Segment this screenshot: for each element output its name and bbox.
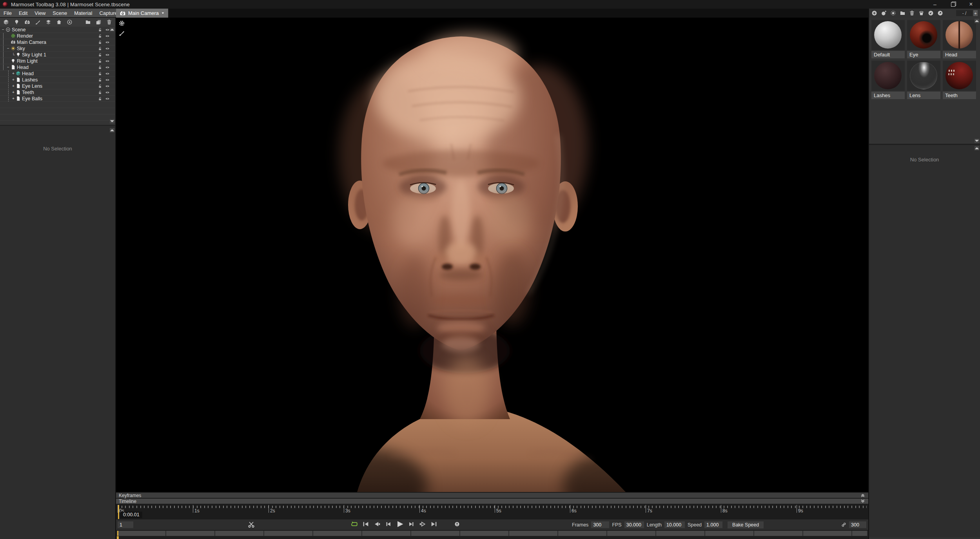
duplicate-icon[interactable] bbox=[96, 19, 102, 25]
current-frame-input[interactable] bbox=[118, 521, 133, 528]
material-card-teeth[interactable]: Teeth bbox=[943, 61, 976, 99]
folder-icon[interactable] bbox=[85, 19, 91, 25]
viewport-3d[interactable] bbox=[116, 18, 868, 492]
close-button[interactable] bbox=[962, 0, 980, 9]
camera-selector-button[interactable]: Main Camera bbox=[116, 9, 168, 18]
collapse-icon[interactable] bbox=[6, 47, 10, 51]
eye-icon[interactable] bbox=[105, 59, 110, 63]
menu-edit[interactable]: Edit bbox=[15, 9, 31, 17]
loop-button[interactable] bbox=[350, 520, 359, 528]
outliner-row-sky[interactable]: Sky bbox=[0, 45, 115, 52]
material-card-default[interactable]: Default bbox=[871, 20, 905, 58]
menu-view[interactable]: View bbox=[31, 9, 49, 17]
material-card-eye[interactable]: Eye bbox=[907, 20, 940, 58]
eye-icon[interactable] bbox=[105, 46, 110, 51]
lock-icon[interactable] bbox=[98, 84, 102, 89]
lock-icon[interactable] bbox=[98, 71, 102, 76]
outliner-row-head-group[interactable]: Head bbox=[0, 64, 115, 71]
outliner-row-lashes[interactable]: Lashes bbox=[0, 77, 115, 83]
lock-icon[interactable] bbox=[98, 96, 102, 101]
eye-icon[interactable] bbox=[105, 27, 110, 32]
plus-circle-icon[interactable] bbox=[871, 10, 877, 16]
expand-icon[interactable] bbox=[11, 78, 15, 82]
shadow-icon[interactable] bbox=[45, 19, 51, 25]
play-button[interactable] bbox=[395, 520, 405, 528]
chevron-double-up-icon[interactable] bbox=[860, 493, 866, 497]
material-card-head[interactable]: Head bbox=[943, 20, 976, 58]
lock-icon[interactable] bbox=[98, 46, 102, 51]
delete-icon[interactable] bbox=[106, 19, 112, 25]
expand-icon[interactable] bbox=[11, 90, 15, 94]
delete-icon[interactable] bbox=[909, 10, 915, 16]
material-card-lashes[interactable]: Lashes bbox=[871, 61, 905, 99]
step-back-button[interactable] bbox=[384, 520, 393, 528]
scroll-up-button[interactable] bbox=[975, 19, 979, 23]
scroll-up-button[interactable] bbox=[110, 128, 114, 132]
collapse-icon[interactable] bbox=[6, 65, 10, 69]
load-circle-icon[interactable] bbox=[928, 10, 934, 16]
eye-icon[interactable] bbox=[105, 40, 110, 45]
eye-icon[interactable] bbox=[105, 71, 110, 76]
play-reverse-button[interactable] bbox=[372, 520, 382, 528]
timeline-scrubber[interactable] bbox=[116, 531, 868, 536]
sphere-plus-icon[interactable] bbox=[881, 10, 887, 16]
eye-icon[interactable] bbox=[105, 96, 110, 101]
scroll-down-button[interactable] bbox=[110, 119, 114, 123]
go-start-button[interactable] bbox=[361, 520, 370, 528]
gear-icon[interactable] bbox=[118, 20, 125, 27]
scissors-icon[interactable] bbox=[247, 521, 256, 528]
bake-speed-button[interactable]: Bake Speed bbox=[728, 521, 764, 528]
timeline-bar[interactable]: Timeline bbox=[116, 499, 868, 504]
speed-input[interactable] bbox=[704, 521, 722, 528]
eye-icon[interactable] bbox=[105, 65, 110, 70]
eye-icon[interactable] bbox=[105, 84, 110, 89]
play-forward-button[interactable] bbox=[418, 520, 427, 528]
fps-input[interactable] bbox=[624, 521, 644, 528]
outliner-row-sky-light-1[interactable]: Sky Light 1 bbox=[0, 52, 115, 58]
expand-icon[interactable] bbox=[11, 72, 15, 76]
outliner-row-rim-light[interactable]: Rim Light bbox=[0, 58, 115, 64]
outliner-row-scene[interactable]: Scene bbox=[0, 27, 115, 33]
minimize-button[interactable] bbox=[926, 0, 944, 9]
scroll-up-button[interactable] bbox=[110, 27, 114, 32]
scrub-playhead[interactable] bbox=[117, 531, 118, 536]
lock-icon[interactable] bbox=[98, 90, 102, 95]
length-input[interactable] bbox=[664, 521, 685, 528]
lock-icon[interactable] bbox=[98, 59, 102, 63]
lock-icon[interactable] bbox=[98, 34, 102, 38]
starburst-icon[interactable] bbox=[890, 10, 896, 16]
bucket-icon[interactable] bbox=[918, 10, 924, 16]
folder-icon[interactable] bbox=[900, 10, 906, 16]
outliner-row-teeth[interactable]: Teeth bbox=[0, 89, 115, 96]
frames-input[interactable] bbox=[591, 521, 609, 528]
lock-icon[interactable] bbox=[98, 65, 102, 70]
save-circle-icon[interactable] bbox=[937, 10, 943, 16]
eye-icon[interactable] bbox=[105, 52, 110, 57]
keyframes-bar[interactable]: Keyframes bbox=[116, 493, 868, 498]
timeline-ruler[interactable]: 0s 1s 2s 3s 4s 5s 6s 7s 8s 9s 0:00.01 bbox=[116, 505, 868, 519]
lock-icon[interactable] bbox=[98, 52, 102, 57]
camera-icon[interactable] bbox=[24, 19, 30, 25]
cube-icon[interactable] bbox=[3, 19, 9, 25]
step-forward-button[interactable] bbox=[407, 520, 416, 528]
lock-icon[interactable] bbox=[98, 40, 102, 45]
scroll-up-button[interactable] bbox=[975, 146, 979, 150]
chevron-double-down-icon[interactable] bbox=[860, 499, 866, 503]
eye-icon[interactable] bbox=[105, 34, 110, 38]
end-frame-input[interactable] bbox=[849, 521, 866, 528]
lock-icon[interactable] bbox=[98, 27, 102, 32]
home-icon[interactable] bbox=[56, 19, 62, 25]
outliner-row-head-mesh[interactable]: Head bbox=[0, 71, 115, 77]
outliner-row-render[interactable]: Render bbox=[0, 33, 115, 39]
chain-link-icon[interactable] bbox=[841, 522, 846, 527]
pager-add-button[interactable] bbox=[973, 10, 978, 16]
scroll-down-button[interactable] bbox=[975, 139, 979, 143]
eye-icon[interactable] bbox=[105, 78, 110, 82]
go-end-button[interactable] bbox=[429, 520, 439, 528]
lock-icon[interactable] bbox=[98, 78, 102, 82]
turntable-icon[interactable] bbox=[67, 19, 73, 25]
menu-scene[interactable]: Scene bbox=[49, 9, 71, 17]
keyframe-button[interactable] bbox=[452, 520, 462, 528]
material-card-lens[interactable]: Lens bbox=[907, 61, 940, 99]
expand-icon[interactable] bbox=[11, 84, 15, 88]
